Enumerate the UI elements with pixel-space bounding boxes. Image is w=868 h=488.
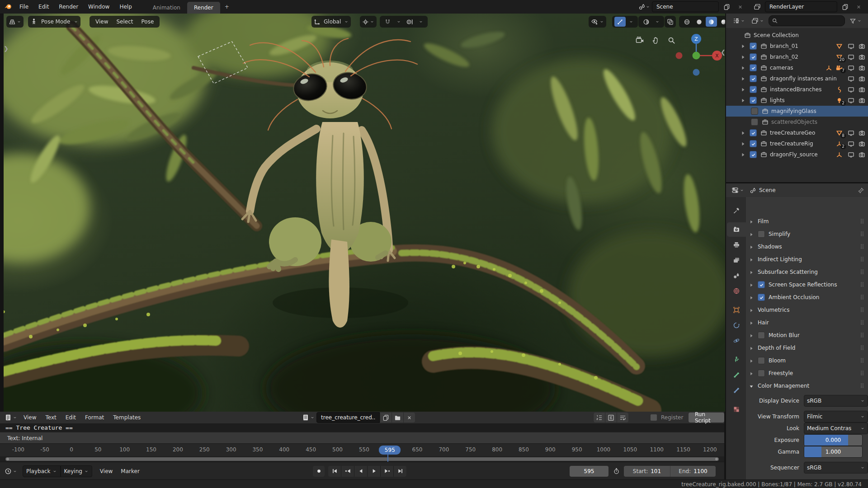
viewport-menu-select[interactable]: Select (113, 19, 137, 25)
panel-section-shadows[interactable]: Shadows (746, 240, 868, 253)
disable-in-render-toggle[interactable] (857, 128, 866, 137)
viewport-3d[interactable]: Pose Mode ViewSelectPose Global (4, 14, 725, 412)
workspace-tab-animation[interactable]: Animation (146, 2, 187, 14)
section-checkbox[interactable] (758, 357, 765, 364)
collection-checkbox[interactable] (751, 118, 758, 126)
drag-handle-icon[interactable] (859, 306, 865, 314)
disable-in-viewport-toggle[interactable] (846, 150, 855, 159)
view-layer-name-field[interactable]: RenderLayer (765, 1, 837, 12)
properties-tab-physics[interactable] (727, 333, 746, 348)
timeline-ruler[interactable]: -100-50050100150200250300350400450500550… (0, 443, 724, 457)
outliner-item-scene-collection[interactable]: Scene Collection (726, 30, 868, 41)
viewport-menu-pose[interactable]: Pose (138, 19, 158, 25)
previous-keyframe-button[interactable] (341, 466, 354, 477)
outliner-filter-images-button[interactable] (750, 15, 766, 26)
playback-dropdown-keying[interactable]: Keying (61, 465, 92, 477)
menu-edit[interactable]: Edit (33, 0, 54, 14)
expand-icon[interactable] (740, 97, 746, 103)
use-preview-range-button[interactable] (611, 466, 622, 477)
outliner-item-treecreaturegeo[interactable]: treeCreatureGeo8 (726, 127, 868, 138)
text-menu-edit[interactable]: Edit (61, 414, 80, 421)
drag-handle-icon[interactable] (859, 218, 865, 226)
auto-keying-button[interactable] (313, 466, 325, 477)
scene-name-field[interactable]: Scene (652, 1, 719, 12)
play-reverse-button[interactable] (354, 466, 368, 477)
region-flap-left[interactable]: ❯ (4, 45, 9, 52)
scrollbar-knob-right[interactable] (715, 458, 718, 460)
region-flap-right[interactable]: ❮ (721, 49, 725, 56)
overlays-settings-button[interactable] (653, 17, 662, 27)
sequencer-dropdown[interactable]: sRGB (804, 462, 868, 474)
text-editor-type-button[interactable] (3, 412, 19, 423)
section-checkbox[interactable] (758, 332, 765, 339)
new-text-button[interactable] (380, 413, 392, 422)
workspace-tab-render[interactable]: Render (187, 2, 220, 14)
panel-section-depth-of-field[interactable]: Depth of Field (746, 342, 868, 354)
panel-section-simplify[interactable]: Simplify (746, 228, 868, 240)
collection-checkbox[interactable] (750, 129, 757, 136)
frame-start-field[interactable]: Start:101 (624, 466, 670, 477)
pivot-point-selector[interactable] (360, 16, 377, 28)
disable-in-render-toggle[interactable] (857, 85, 866, 94)
current-frame-field[interactable]: 595 (570, 466, 609, 477)
new-scene-button[interactable] (721, 2, 732, 12)
show-overlays-toggle[interactable] (641, 17, 652, 27)
outliner-item-treecreaturerig[interactable]: treeCreatureRig2 (726, 138, 868, 149)
menu-help[interactable]: Help (114, 0, 137, 14)
disable-in-viewport-toggle[interactable] (846, 139, 855, 148)
panel-section-hair[interactable]: Hair (746, 316, 868, 329)
properties-tab-render[interactable] (727, 222, 746, 237)
frame-end-field[interactable]: End:1100 (670, 466, 716, 477)
jump-to-start-button[interactable] (328, 466, 341, 477)
expand-icon[interactable] (740, 54, 746, 60)
disable-in-viewport-toggle[interactable] (846, 74, 855, 83)
transform-orientation-selector[interactable]: Global (311, 16, 351, 28)
syntax-highlight-toggle[interactable] (605, 413, 617, 422)
properties-tab-tool[interactable] (727, 203, 746, 218)
panel-section-ambient-occlusion[interactable]: Ambient Occlusion (746, 291, 868, 304)
panel-section-indirect-lighting[interactable]: Indirect Lighting (746, 253, 868, 266)
properties-tab-bone[interactable] (727, 368, 746, 382)
section-checkbox[interactable] (758, 230, 765, 238)
snap-settings-button[interactable] (394, 17, 403, 27)
outliner-item-branch-02[interactable]: branch_0220 (726, 52, 868, 62)
collection-checkbox[interactable] (750, 86, 757, 93)
properties-tab-output[interactable] (727, 238, 746, 252)
text-menu-templates[interactable]: Templates (108, 414, 145, 421)
menu-file[interactable]: File (14, 0, 33, 14)
expand-icon[interactable] (740, 130, 746, 136)
look-dropdown[interactable]: Medium Contras (804, 422, 868, 434)
viewport-menu-view[interactable]: View (92, 19, 112, 25)
collection-checkbox[interactable] (751, 108, 758, 115)
object-visibility-selector[interactable] (589, 16, 606, 28)
expand-icon[interactable] (740, 43, 746, 49)
properties-tab-texture[interactable] (727, 402, 746, 417)
mode-selector[interactable]: Pose Mode (28, 16, 80, 28)
disable-in-viewport-toggle[interactable] (846, 52, 855, 61)
disable-in-viewport-toggle[interactable] (846, 63, 855, 72)
move-view-button[interactable] (649, 33, 663, 47)
outliner-item-branch-01[interactable]: branch_01 (726, 41, 868, 52)
outliner-item-scatteredobjects[interactable]: scatteredObjects (726, 117, 868, 127)
collection-checkbox[interactable] (750, 75, 757, 82)
navigation-gizmo[interactable]: Z X (668, 32, 725, 81)
display-device-dropdown[interactable]: sRGB (804, 395, 868, 407)
shading-material-button[interactable] (706, 17, 717, 27)
panel-section-volumetrics[interactable]: Volumetrics (746, 304, 868, 316)
register-checkbox[interactable] (650, 414, 657, 421)
playback-menu-view[interactable]: View (96, 468, 117, 474)
disable-in-render-toggle[interactable] (857, 96, 866, 105)
properties-tab-constraints[interactable] (727, 318, 746, 333)
disable-in-viewport-toggle[interactable] (846, 42, 855, 51)
text-menu-text[interactable]: Text (41, 414, 61, 421)
menu-window[interactable]: Window (83, 0, 114, 14)
unlink-text-button[interactable] (403, 413, 415, 422)
playback-dropdown-playback[interactable]: Playback (23, 465, 61, 477)
drag-handle-icon[interactable] (859, 357, 865, 365)
drag-handle-icon[interactable] (859, 256, 865, 264)
drag-handle-icon[interactable] (859, 243, 865, 251)
disable-in-viewport-toggle[interactable] (846, 85, 855, 94)
scrollbar-knob-left[interactable] (6, 458, 9, 460)
drag-handle-icon[interactable] (859, 319, 865, 327)
expand-icon[interactable] (740, 65, 746, 71)
